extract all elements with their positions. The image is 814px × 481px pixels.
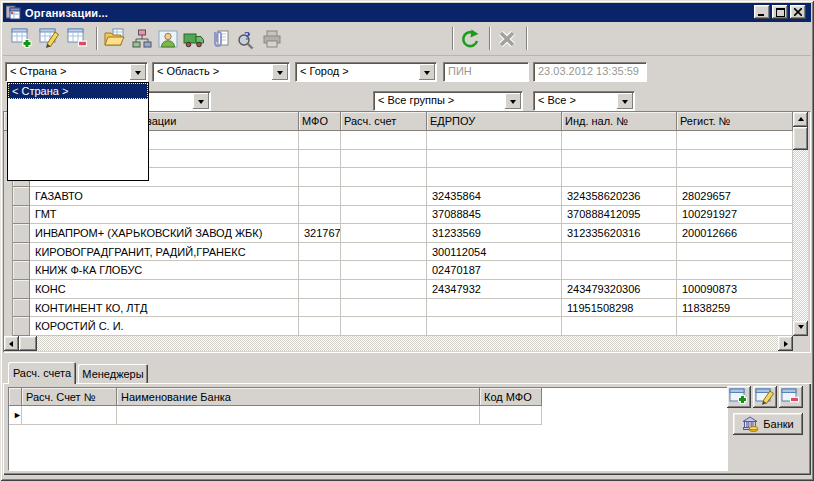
grid-cell[interactable]: КОНС (30, 280, 299, 299)
table-row[interactable]: ГМТ37088845370888412095100291927 (4, 206, 793, 225)
grid-cell[interactable] (427, 299, 562, 318)
grid-cell[interactable] (299, 261, 341, 280)
column-header[interactable]: Инд. нал. № (562, 112, 677, 131)
grid-cell[interactable]: 31233569 (427, 224, 562, 243)
groups-combobox[interactable]: < Все группы > (373, 91, 523, 111)
grid-cell[interactable] (427, 150, 562, 169)
account-delete-button[interactable] (779, 386, 803, 408)
region-combobox[interactable]: < Область > (152, 62, 290, 82)
structure-button[interactable] (129, 26, 154, 51)
chevron-down-icon[interactable] (505, 93, 521, 109)
grid-cell[interactable]: 37088845 (427, 206, 562, 225)
grid-cell[interactable] (677, 317, 793, 336)
grid-cell[interactable]: ГАЗАВТО (30, 187, 299, 206)
grid-cell[interactable] (562, 131, 677, 150)
grid-cell[interactable]: 200012666 (677, 224, 793, 243)
scroll-right-button[interactable] (778, 336, 793, 351)
account-add-button[interactable] (727, 386, 751, 408)
grid-cell[interactable] (299, 150, 341, 169)
delivery-button[interactable] (181, 26, 206, 51)
chevron-down-icon[interactable] (193, 93, 209, 109)
grid-cell[interactable] (427, 131, 562, 150)
grid-cell[interactable]: КОРОСТИЙ С. И. (30, 317, 299, 336)
grid-cell[interactable] (427, 168, 562, 187)
all-combobox[interactable]: < Все > (533, 91, 635, 111)
refresh-button[interactable] (457, 26, 482, 51)
grid-cell[interactable] (117, 406, 480, 425)
grid-cell[interactable] (341, 206, 427, 225)
grid-cell[interactable] (677, 150, 793, 169)
table-row[interactable]: КОНС24347932243479320306100090873 (4, 280, 793, 299)
grid-cell[interactable] (677, 243, 793, 262)
tab-accounts[interactable]: Расч. счета (8, 362, 76, 384)
pin-input[interactable]: ПИН (443, 62, 529, 82)
scroll-left-button[interactable] (4, 336, 19, 351)
open-button[interactable] (102, 26, 127, 51)
chevron-down-icon[interactable] (130, 64, 146, 80)
country-combobox[interactable]: < Страна > (5, 62, 148, 82)
column-header[interactable]: Наименование Банка (117, 388, 480, 406)
grid-cell[interactable]: КНИЖ Ф-КА ГЛОБУС (30, 261, 299, 280)
grid-cell[interactable]: ИНВАПРОМ+ (ХАРЬКОВСКИЙ ЗАВОД ЖБК) (30, 224, 299, 243)
edit-record-button[interactable] (37, 26, 62, 51)
grid-cell[interactable] (299, 131, 341, 150)
horizontal-scroll-thumb[interactable] (19, 336, 37, 351)
table-row[interactable]: КИРОВОГРАДГРАНИТ, РАДИЙ,ГРАНЕКС300112054 (4, 243, 793, 262)
horizontal-scrollbar[interactable] (4, 336, 793, 351)
vertical-scroll-thumb[interactable] (793, 127, 808, 150)
grid-cell[interactable] (299, 299, 341, 318)
add-record-button[interactable] (9, 26, 34, 51)
vertical-scrollbar[interactable] (793, 112, 808, 336)
table-row[interactable]: КОНТИНЕНТ КО, ЛТД1195150829811838259 (4, 299, 793, 318)
grid-cell[interactable]: 243479320306 (562, 280, 677, 299)
table-row[interactable]: КНИЖ Ф-КА ГЛОБУС02470187 (4, 261, 793, 280)
grid-cell[interactable]: 32435864 (427, 187, 562, 206)
grid-cell[interactable]: 100090873 (677, 280, 793, 299)
title-bar[interactable]: Организации... (3, 3, 811, 22)
grid-cell[interactable]: 300112054 (427, 243, 562, 262)
grid-cell[interactable]: 28029657 (677, 187, 793, 206)
banks-button[interactable]: Банки (733, 413, 803, 435)
grid-cell[interactable] (341, 187, 427, 206)
grid-cell[interactable] (341, 280, 427, 299)
dropdown-item[interactable]: < Страна > (8, 83, 148, 99)
delete-record-button[interactable] (65, 26, 90, 51)
column-header[interactable]: Регист. № (677, 112, 793, 131)
grid-cell[interactable]: 24347932 (427, 280, 562, 299)
grid-cell[interactable] (562, 150, 677, 169)
chevron-down-icon[interactable] (617, 93, 633, 109)
grid-cell[interactable] (341, 131, 427, 150)
country-dropdown-list[interactable]: < Страна > (7, 82, 149, 181)
grid-cell[interactable] (341, 243, 427, 262)
table-row[interactable]: ► (9, 406, 727, 425)
scroll-up-button[interactable] (793, 112, 808, 127)
grid-cell[interactable] (341, 299, 427, 318)
grid-cell[interactable] (299, 243, 341, 262)
close-button[interactable] (790, 5, 806, 19)
grid-cell[interactable]: 11951508298 (562, 299, 677, 318)
grid-cell[interactable]: 324358620236 (562, 187, 677, 206)
grid-cell[interactable] (427, 317, 562, 336)
grid-cell[interactable] (480, 406, 542, 425)
maximize-button[interactable] (772, 5, 788, 19)
grid-cell[interactable] (677, 168, 793, 187)
grid-cell[interactable]: 321767 (299, 224, 341, 243)
grid-cell[interactable] (299, 168, 341, 187)
grid-cell[interactable] (341, 317, 427, 336)
column-header[interactable]: МФО (299, 112, 341, 131)
city-combobox[interactable]: < Город > (295, 62, 437, 82)
grid-cell[interactable]: 100291927 (677, 206, 793, 225)
grid-cell[interactable]: 312335620316 (562, 224, 677, 243)
column-header[interactable]: Расч. счет (341, 112, 427, 131)
grid-cell[interactable] (341, 150, 427, 169)
table-row[interactable]: КОРОСТИЙ С. И. (4, 317, 793, 336)
grid-cell[interactable] (22, 406, 117, 425)
tab-managers[interactable]: Менеджеры (78, 364, 148, 383)
account-edit-button[interactable] (753, 386, 777, 408)
chevron-down-icon[interactable] (272, 64, 288, 80)
grid-cell[interactable] (299, 280, 341, 299)
grid-cell[interactable] (677, 261, 793, 280)
grid-cell[interactable] (562, 168, 677, 187)
grid-cell[interactable]: ГМТ (30, 206, 299, 225)
grid-cell[interactable] (299, 206, 341, 225)
